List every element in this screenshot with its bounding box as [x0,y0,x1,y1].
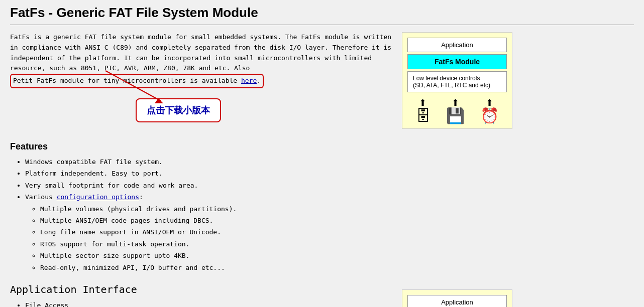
api-list: File Access f_open - Open/Create a file … [10,299,392,307]
sub-item-6: Read-only, minimized API, I/O buffer and… [40,262,392,273]
feature-item-3: Very small footprint for code and work a… [25,180,392,191]
api-item-file-access: File Access f_open - Open/Create a file … [25,299,392,307]
sub-item-2: Multiple ANSI/OEM code pages including D… [40,215,392,226]
card-arrow-up: ⬆ [446,98,465,107]
low-level-text: Low level device controls(SD, ATA, FTL, … [413,75,490,89]
feature-item-1: Windows compatible FAT file system. [25,156,392,168]
arrow-svg [100,66,211,106]
diagram-box-top: Application FatFs Module Low level devic… [402,32,512,129]
title-divider [10,25,634,25]
svg-marker-1 [155,98,163,103]
card-symbol: 💾 [446,107,465,124]
sub-item-1: Multiple volumes (physical drives and pa… [40,203,392,215]
memory-card-icon: ⬆ 💾 [446,98,465,123]
disk-stack-icon: ⬆ 🗄 [415,98,431,123]
config-link[interactable]: configuration options [57,193,139,201]
diagram-box-bottom: Application [402,289,512,307]
svg-line-0 [105,71,161,101]
diag-layer-fatfs: FatFs Module [407,54,507,69]
left-content: FatFs is a generic FAT file system modul… [10,32,392,307]
here-link[interactable]: here [241,77,257,84]
config-suffix: : [139,193,143,201]
diag-layer-application-bottom: Application [407,295,507,307]
sub-item-3: Long file name support in ANSI/OEM or Un… [40,226,392,238]
arrow-annotation-area: 点击下载小版本 [10,93,392,133]
features-heading: Features [10,141,392,152]
diag-icons: ⬆ 🗄 ⬆ 💾 ⬆ ⏰ [407,96,507,123]
features-list: Windows compatible FAT file system. Plat… [10,156,392,273]
clock-icon: ⬆ ⏰ [480,98,499,123]
feature-item-2: Platform independent. Easy to port. [25,168,392,179]
diag-layer-application: Application [407,38,507,52]
main-layout: FatFs is a generic FAT file system modul… [10,32,634,307]
feature-item-config: Various configuration options: Multiple … [25,191,392,273]
disk-arrow-up: ⬆ [415,98,431,107]
app-interface-heading: Application Interface [10,283,392,295]
diag-layer-lowlevel: Low level device controls(SD, ATA, FTL, … [407,71,507,92]
page-title: FatFs - Generic FAT File System Module [10,5,634,21]
config-prefix: Various [25,193,57,201]
disk-symbol: 🗄 [415,107,431,124]
sub-features-list: Multiple volumes (physical drives and pa… [25,203,392,273]
clock-arrow-up: ⬆ [480,98,499,107]
clock-symbol: ⏰ [480,107,499,124]
sub-item-4: RTOS support for multi-task operation. [40,238,392,250]
sub-item-5: Multiple sector size support upto 4KB. [40,250,392,261]
right-panel: Application FatFs Module Low level devic… [402,32,512,307]
